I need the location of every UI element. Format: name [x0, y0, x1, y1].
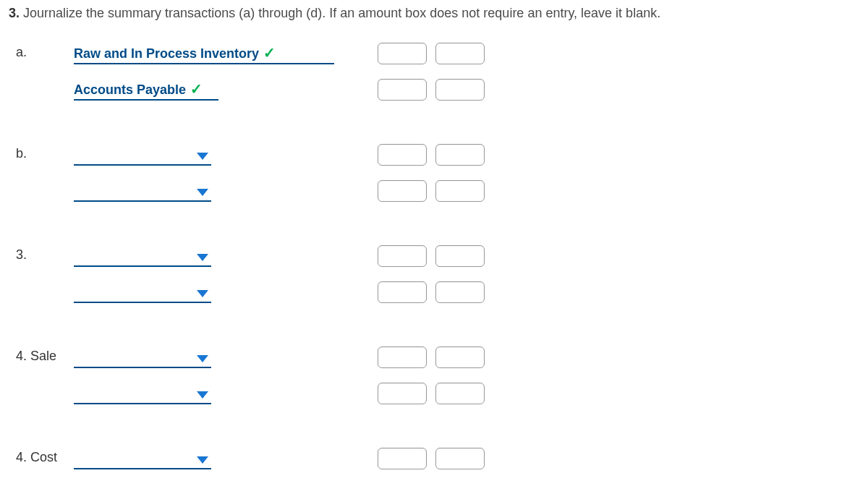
amount-boxes [370, 180, 493, 202]
journal-row [16, 274, 859, 303]
amount-boxes [370, 383, 493, 404]
journal-row: 3. [16, 238, 859, 267]
journal-row [16, 173, 859, 202]
journal-row [16, 477, 859, 481]
row-container: b. [16, 144, 493, 166]
journal-row: b. [16, 137, 859, 166]
amount-boxes [370, 346, 493, 368]
credit-input[interactable] [435, 448, 485, 469]
row-container: Accounts Payable✓ [16, 79, 493, 101]
row-label: 4. Sale [16, 349, 74, 368]
debit-input[interactable] [378, 144, 427, 166]
debit-input[interactable] [378, 383, 427, 404]
chevron-down-icon [197, 355, 208, 362]
account-cell [74, 348, 211, 368]
question-number: 3. [9, 6, 20, 20]
credit-input[interactable] [435, 245, 485, 267]
debit-input[interactable] [378, 245, 427, 267]
debit-input[interactable] [378, 281, 427, 303]
journal-row: Accounts Payable✓ [16, 72, 859, 101]
account-cell [74, 182, 211, 202]
row-label [16, 400, 74, 404]
journal-row: 4. Sale [16, 339, 859, 368]
amount-boxes [370, 245, 493, 267]
question-text: Journalize the summary transactions (a) … [23, 6, 660, 20]
row-container: 4. Sale [16, 346, 493, 368]
account-dropdown[interactable] [74, 182, 211, 202]
group-spacer [16, 209, 859, 238]
amount-boxes [370, 281, 493, 303]
account-cell: Accounts Payable✓ [74, 79, 218, 101]
row-label [16, 299, 74, 303]
checkmark-icon: ✓ [263, 44, 276, 61]
question-header: 3. Journalize the summary transactions (… [9, 6, 859, 21]
chevron-down-icon [197, 290, 208, 297]
chevron-down-icon [197, 254, 208, 261]
account-cell [74, 449, 211, 469]
credit-input[interactable] [435, 144, 485, 166]
journal-row: 4. Cost [16, 440, 859, 469]
debit-input[interactable] [378, 180, 427, 202]
account-cell [74, 283, 211, 303]
debit-input[interactable] [378, 346, 427, 368]
row-container [16, 281, 493, 303]
account-cell [74, 145, 211, 166]
credit-input[interactable] [435, 43, 485, 64]
row-label: 3. [16, 247, 74, 267]
credit-input[interactable] [435, 281, 485, 303]
group-spacer [16, 412, 859, 440]
row-label [16, 96, 74, 101]
row-container: a.Raw and In Process Inventory✓ [16, 43, 493, 64]
account-dropdown[interactable] [74, 145, 211, 166]
credit-input[interactable] [435, 180, 485, 202]
row-label: 4. Cost [16, 450, 74, 469]
account-dropdown[interactable] [74, 283, 211, 303]
row-label: b. [16, 146, 74, 166]
row-container: 4. Cost [16, 448, 493, 469]
checkmark-icon: ✓ [190, 80, 203, 98]
account-dropdown[interactable] [74, 449, 211, 469]
credit-input[interactable] [435, 346, 485, 368]
amount-boxes [370, 79, 493, 101]
group-spacer [16, 108, 859, 137]
account-text: Raw and In Process Inventory [74, 46, 259, 61]
account-dropdown[interactable] [74, 247, 211, 267]
row-label: a. [16, 45, 74, 64]
account-text: Accounts Payable [74, 82, 186, 98]
journal-row: a.Raw and In Process Inventory✓ [16, 35, 859, 64]
account-selected[interactable]: Raw and In Process Inventory✓ [74, 43, 334, 64]
journal-row [16, 375, 859, 404]
row-label [16, 197, 74, 202]
row-container [16, 383, 493, 404]
account-cell [74, 247, 211, 267]
group-spacer [16, 310, 859, 339]
credit-input[interactable] [435, 79, 485, 101]
credit-input[interactable] [435, 383, 485, 404]
account-dropdown[interactable] [74, 384, 211, 404]
chevron-down-icon [197, 189, 208, 196]
chevron-down-icon [197, 391, 208, 399]
debit-input[interactable] [378, 43, 427, 64]
debit-input[interactable] [378, 448, 427, 469]
row-container [16, 180, 493, 202]
chevron-down-icon [197, 153, 208, 160]
amount-boxes [370, 448, 493, 469]
account-selected[interactable]: Accounts Payable✓ [74, 79, 218, 101]
account-dropdown[interactable] [74, 348, 211, 368]
journal-table: a.Raw and In Process Inventory✓Accounts … [16, 35, 859, 481]
account-cell [74, 384, 211, 404]
chevron-down-icon [197, 456, 208, 464]
account-cell: Raw and In Process Inventory✓ [74, 43, 334, 64]
amount-boxes [370, 144, 493, 166]
amount-boxes [370, 43, 493, 64]
debit-input[interactable] [378, 79, 427, 101]
row-container: 3. [16, 245, 493, 267]
